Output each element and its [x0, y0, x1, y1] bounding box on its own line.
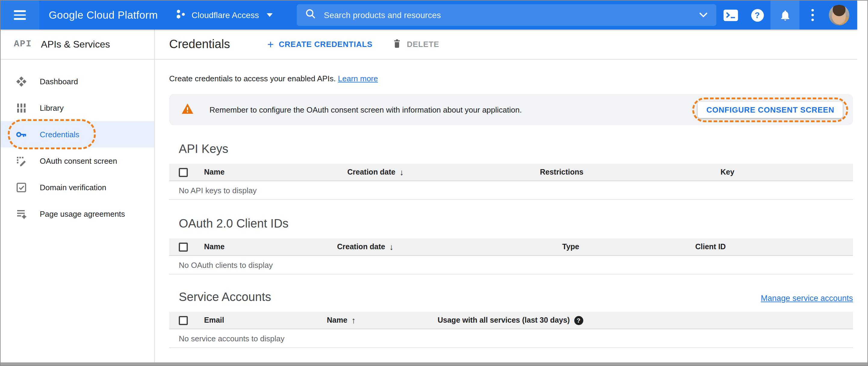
- browser-window: Google Cloud Platform Cloudflare Access: [0, 0, 868, 366]
- help-icon: ?: [751, 9, 764, 21]
- api-keys-heading: API Keys: [179, 142, 228, 156]
- select-all-checkbox[interactable]: [179, 242, 188, 251]
- column-header-creation-date[interactable]: Creation date ↓: [337, 242, 562, 252]
- column-header-name[interactable]: Name: [197, 168, 347, 176]
- oauth-clients-heading: OAuth 2.0 Client IDs: [179, 217, 289, 231]
- search-expand-chevron-icon[interactable]: [699, 10, 708, 21]
- trash-icon: [392, 38, 402, 51]
- consent-screen-icon: [15, 155, 27, 166]
- manage-service-accounts-link[interactable]: Manage service accounts: [761, 294, 853, 303]
- sidebar-item-label: Dashboard: [40, 77, 78, 86]
- page-title: Credentials: [169, 37, 230, 51]
- table-header-row: Name Creation date ↓ Type Client ID: [169, 238, 853, 256]
- page-toolbar: Credentials + CREATE CREDENTIALS: [155, 30, 857, 60]
- sidebar-nav: Dashboard Library: [1, 60, 154, 227]
- library-icon: [15, 102, 27, 114]
- content-scroll-area[interactable]: Create credentials to access your enable…: [155, 60, 857, 362]
- search-input[interactable]: Search products and resources: [324, 10, 699, 20]
- main-panel: Credentials + CREATE CREDENTIALS: [155, 30, 857, 362]
- checkbox-checked-icon: [15, 182, 27, 193]
- sidebar: API APIs & Services Dashboard: [1, 30, 155, 362]
- project-hexagons-icon: [176, 8, 186, 22]
- column-header-usage[interactable]: Usage with all services (last 30 days) ?: [438, 316, 853, 325]
- sidebar-item-credentials[interactable]: Credentials: [1, 121, 154, 148]
- sidebar-item-label: Library: [40, 103, 64, 112]
- search-icon: [305, 8, 316, 22]
- gcp-console: Google Cloud Platform Cloudflare Access: [1, 1, 857, 362]
- sidebar-item-library[interactable]: Library: [1, 94, 154, 121]
- banner-text: Remember to configure the OAuth consent …: [210, 105, 522, 114]
- top-app-bar: Google Cloud Platform Cloudflare Access: [1, 1, 857, 30]
- notifications-button[interactable]: [771, 1, 799, 30]
- kebab-menu-icon: [811, 9, 814, 21]
- oauth-clients-table: Name Creation date ↓ Type Client ID No O…: [169, 238, 853, 274]
- topbar-icon-cluster: ?: [717, 1, 857, 30]
- sort-desc-icon: ↓: [400, 167, 404, 177]
- api-keys-table: Name Creation date ↓ Restrictions Key No…: [169, 164, 853, 200]
- column-header-name[interactable]: Name: [197, 243, 337, 251]
- search-bar[interactable]: Search products and resources: [297, 4, 716, 26]
- column-header-name[interactable]: Name ↑: [327, 315, 438, 325]
- column-header-creation-date[interactable]: Creation date ↓: [347, 167, 540, 177]
- help-button[interactable]: ?: [744, 1, 771, 30]
- oauth-clients-empty-state: No OAuth clients to display: [169, 256, 853, 274]
- user-avatar[interactable]: [829, 5, 849, 25]
- cloud-shell-button[interactable]: [717, 1, 744, 30]
- service-accounts-heading: Service Accounts: [179, 290, 271, 304]
- sidebar-item-label: Domain verification: [40, 183, 106, 192]
- warning-icon: [181, 103, 194, 117]
- select-all-checkbox[interactable]: [179, 167, 188, 177]
- service-accounts-table: Email Name ↑ Usage with all services (la…: [169, 312, 853, 348]
- key-icon: [15, 128, 27, 140]
- sidebar-item-oauth-consent-screen[interactable]: OAuth consent screen: [1, 148, 154, 174]
- window-bottom-edge: [1, 362, 867, 365]
- dashboard-icon: [15, 75, 27, 87]
- column-header-email[interactable]: Email: [197, 316, 327, 325]
- plus-icon: +: [267, 39, 274, 50]
- sort-desc-icon: ↓: [390, 242, 394, 252]
- hamburger-icon: [14, 10, 26, 20]
- chevron-down-icon: [267, 13, 273, 17]
- learn-more-link[interactable]: Learn more: [338, 74, 378, 83]
- column-header-restrictions[interactable]: Restrictions: [540, 168, 720, 176]
- select-all-checkbox[interactable]: [179, 316, 188, 325]
- table-header-row: Email Name ↑ Usage with all services (la…: [169, 312, 853, 329]
- product-name[interactable]: Google Cloud Platform: [49, 9, 158, 21]
- configure-consent-screen-button[interactable]: CONFIGURE CONSENT SCREEN: [698, 101, 843, 118]
- cloud-shell-icon: [723, 9, 738, 21]
- table-header-row: Name Creation date ↓ Restrictions Key: [169, 164, 853, 181]
- bell-icon: [779, 9, 790, 21]
- help-icon[interactable]: ?: [574, 316, 583, 325]
- delete-button[interactable]: DELETE: [392, 38, 439, 51]
- consent-warning-banner: Remember to configure the OAuth consent …: [169, 94, 853, 125]
- service-accounts-empty-state: No service accounts to display: [169, 329, 853, 348]
- annotation-highlight-ring: CONFIGURE CONSENT SCREEN: [692, 97, 848, 122]
- sidebar-header: API APIs & Services: [1, 30, 154, 60]
- sidebar-item-page-usage-agreements[interactable]: Page usage agreements: [1, 201, 154, 227]
- api-keys-empty-state: No API keys to display: [169, 181, 853, 200]
- intro-text: Create credentials to access your enable…: [169, 74, 853, 83]
- scrollbar-gutter[interactable]: [857, 1, 867, 362]
- nav-menu-button[interactable]: [1, 1, 39, 30]
- sidebar-item-label: OAuth consent screen: [40, 156, 117, 165]
- api-logo: API: [14, 39, 32, 49]
- project-name: Cloudflare Access: [191, 10, 259, 20]
- project-selector[interactable]: Cloudflare Access: [176, 8, 273, 22]
- column-header-type[interactable]: Type: [562, 243, 695, 251]
- list-gear-icon: [15, 208, 27, 219]
- sidebar-item-dashboard[interactable]: Dashboard: [1, 68, 154, 94]
- sidebar-item-label: Page usage agreements: [40, 209, 125, 218]
- sidebar-item-domain-verification[interactable]: Domain verification: [1, 174, 154, 201]
- more-options-button[interactable]: [799, 1, 826, 30]
- sidebar-title: APIs & Services: [41, 39, 110, 50]
- create-credentials-button[interactable]: + CREATE CREDENTIALS: [267, 39, 372, 50]
- sort-asc-icon: ↑: [351, 315, 356, 325]
- sidebar-item-label: Credentials: [40, 130, 80, 139]
- column-header-key[interactable]: Key: [720, 168, 853, 176]
- column-header-client-id[interactable]: Client ID: [695, 243, 853, 251]
